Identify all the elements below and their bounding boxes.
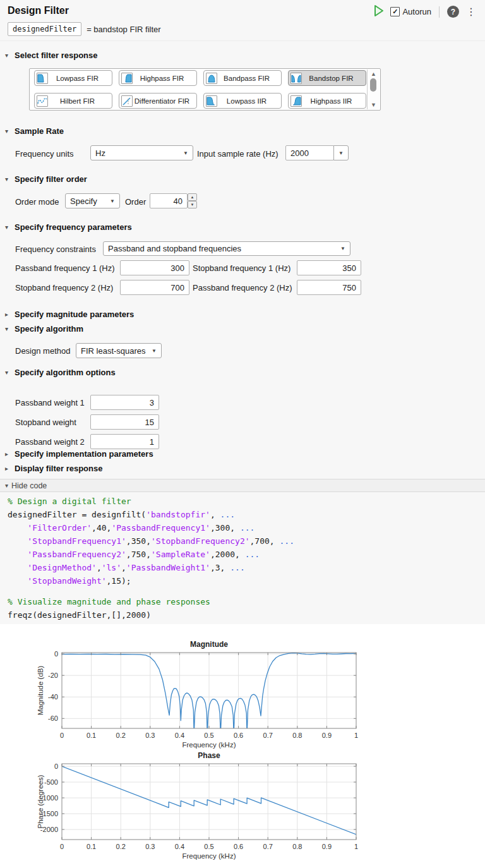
svg-text:0: 0 xyxy=(60,843,64,850)
chevron-down-icon: ▼ xyxy=(179,150,193,156)
stopband-frequency-2-field[interactable] xyxy=(120,280,189,295)
filter-response-label: Hilbert FIR xyxy=(48,97,107,105)
magnitude-plot: 00.10.20.30.40.50.60.70.80.910-20-40-60M… xyxy=(0,635,485,752)
frequency-constraints-value: Passband and stopband frequencies xyxy=(104,244,336,253)
filter-response-panel: Lowpass FIRHighpass FIRBandpass FIRBands… xyxy=(29,68,381,111)
svg-text:Magnitude: Magnitude xyxy=(190,640,228,649)
svg-text:0.2: 0.2 xyxy=(116,732,126,739)
stepper-up-button[interactable]: ▲ xyxy=(188,193,197,201)
passband-weight-1-field[interactable] xyxy=(90,395,159,410)
differentiator-fir-icon xyxy=(121,95,133,107)
input-sample-rate-field[interactable] xyxy=(285,145,334,160)
output-variable-box[interactable]: designedFilter xyxy=(8,22,81,36)
scroll-up-icon[interactable]: ▲ xyxy=(368,71,380,77)
svg-text:Magnitude (dB): Magnitude (dB) xyxy=(37,666,44,716)
response-scrollbar[interactable]: ▲ ▼ xyxy=(367,69,380,109)
filter-response-bandstop-fir-button[interactable]: Bandstop FIR xyxy=(288,70,366,86)
filter-response-bandpass-fir-button[interactable]: Bandpass FIR xyxy=(203,70,282,86)
kebab-menu-button[interactable]: ⋮ xyxy=(465,7,477,17)
svg-text:0.7: 0.7 xyxy=(263,732,273,739)
section-specify-frequency-parameters[interactable]: ▾ Specify frequency parameters xyxy=(5,222,132,232)
filter-response-label: Lowpass FIR xyxy=(48,75,107,82)
lowpass-fir-icon xyxy=(37,73,48,84)
phase-plot: 00.10.20.30.40.50.60.70.80.910-500-1000-… xyxy=(0,750,485,868)
section-select-filter-response[interactable]: ▾ Select filter response xyxy=(5,51,98,60)
svg-text:0.1: 0.1 xyxy=(87,843,96,850)
help-button[interactable]: ? xyxy=(447,6,459,18)
stopband-frequency-1-label: Stopband frequency 1 (Hz) xyxy=(193,263,290,273)
toolbar-divider xyxy=(439,6,440,18)
filter-response-hilbert-fir-button[interactable]: Hilbert FIR xyxy=(34,93,112,109)
section-specify-magnitude-parameters[interactable]: ▸ Specify magnitude parameters xyxy=(5,310,134,319)
passband-weight-1-row: Passband weight 1 xyxy=(0,395,485,410)
svg-text:0: 0 xyxy=(60,732,64,739)
code-line: 'PassbandFrequency2',750,'SampleRate',20… xyxy=(8,548,294,561)
help-icon: ? xyxy=(451,8,455,16)
sample-rate-dropdown-button[interactable]: ▼ xyxy=(333,145,349,160)
assignment-text: = bandstop FIR filter xyxy=(87,25,160,34)
section-label: Specify frequency parameters xyxy=(15,222,132,232)
stepper-down-button[interactable]: ▼ xyxy=(188,201,197,208)
code-line: % Design a digital filter xyxy=(8,495,294,508)
sample-rate-row: Frequency units Hz ▼ Input sample rate (… xyxy=(0,145,485,161)
filter-response-grid: Lowpass FIRHighpass FIRBandpass FIRBands… xyxy=(34,70,366,109)
scroll-down-icon[interactable]: ▼ xyxy=(368,102,380,108)
chevron-down-icon: ▾ xyxy=(5,482,8,489)
svg-text:Frequency (kHz): Frequency (kHz) xyxy=(183,741,236,749)
highpass-iir-icon xyxy=(290,95,302,107)
design-filter-app: Design Filter ✓ Autorun ? ⋮ designedFilt… xyxy=(0,0,485,868)
bandpass-fir-icon xyxy=(206,73,217,84)
assignment-row: designedFilter = bandstop FIR filter xyxy=(8,22,161,36)
design-method-select[interactable]: FIR least-squares ▼ xyxy=(76,343,162,358)
scrollbar-thumb[interactable] xyxy=(370,78,376,92)
svg-text:0: 0 xyxy=(54,763,58,770)
svg-text:0.9: 0.9 xyxy=(322,843,332,850)
lowpass-iir-icon xyxy=(206,95,217,107)
frequency-constraints-label: Frequency constraints xyxy=(15,244,96,253)
passband-weight-2-field[interactable] xyxy=(90,434,159,449)
code-line: 'DesignMethod','ls','PassbandWeight1',3,… xyxy=(8,561,294,574)
section-specify-filter-order[interactable]: ▾ Specify filter order xyxy=(5,174,87,184)
design-method-row: Design method FIR least-squares ▼ xyxy=(0,343,485,358)
kebab-icon: ⋮ xyxy=(466,6,476,17)
frequency-units-select[interactable]: Hz ▼ xyxy=(90,145,193,160)
code-line: freqz(designedFilter,[],2000) xyxy=(8,608,294,622)
svg-text:0.9: 0.9 xyxy=(322,732,332,739)
stopband-frequency-2-label: Stopband frequency 2 (Hz) xyxy=(15,283,113,292)
stopband-frequency-1-field[interactable] xyxy=(297,260,361,275)
filter-response-highpass-fir-button[interactable]: Highpass FIR xyxy=(119,70,197,86)
hide-code-toggle[interactable]: ▾ Hide code xyxy=(0,479,485,492)
svg-text:-60: -60 xyxy=(48,714,58,722)
section-display-filter-response[interactable]: ▸ Display filter response xyxy=(5,464,102,473)
stopband-weight-field[interactable] xyxy=(90,414,159,430)
order-mode-select[interactable]: Specify ▼ xyxy=(65,193,120,208)
passband-weight-2-label: Passband weight 2 xyxy=(15,437,85,447)
frequency-constraints-select[interactable]: Passband and stopband frequencies ▼ xyxy=(103,241,350,256)
svg-text:Phase: Phase xyxy=(198,751,220,760)
run-button[interactable] xyxy=(373,4,385,19)
frequency-fields-row-2: Stopband frequency 2 (Hz) Passband frequ… xyxy=(0,280,485,295)
filter-order-row: Order mode Specify ▼ Order ▲ ▼ xyxy=(0,193,485,209)
svg-text:0.3: 0.3 xyxy=(145,732,155,739)
section-specify-algorithm-options[interactable]: ▾ Specify algorithm options xyxy=(5,368,116,377)
section-sample-rate[interactable]: ▾ Sample Rate xyxy=(5,126,64,136)
section-specify-algorithm[interactable]: ▾ Specify algorithm xyxy=(5,324,83,334)
svg-text:0.7: 0.7 xyxy=(263,843,273,850)
filter-response-lowpass-iir-button[interactable]: Lowpass IIR xyxy=(203,93,282,109)
frequency-units-label: Frequency units xyxy=(15,148,74,158)
filter-response-lowpass-fir-button[interactable]: Lowpass FIR xyxy=(34,70,112,86)
svg-text:0.4: 0.4 xyxy=(175,843,184,850)
filter-response-differentiator-fir-button[interactable]: Differentiator FIR xyxy=(119,93,197,109)
chevron-down-icon: ▾ xyxy=(5,224,11,231)
frequency-constraints-row: Frequency constraints Passband and stopb… xyxy=(0,241,485,256)
passband-frequency-1-field[interactable] xyxy=(120,260,189,275)
section-specify-implementation-parameters[interactable]: ▸ Specify implementation parameters xyxy=(5,449,153,459)
hide-code-label: Hide code xyxy=(11,481,47,490)
passband-frequency-2-field[interactable] xyxy=(297,280,361,295)
autorun-checkbox[interactable]: ✓ xyxy=(390,7,400,16)
svg-text:0.1: 0.1 xyxy=(87,732,96,739)
svg-text:0.2: 0.2 xyxy=(116,843,126,850)
order-field[interactable] xyxy=(150,193,188,208)
header-toolbar: ✓ Autorun ? ⋮ xyxy=(373,4,477,19)
filter-response-highpass-iir-button[interactable]: Highpass IIR xyxy=(288,93,366,109)
